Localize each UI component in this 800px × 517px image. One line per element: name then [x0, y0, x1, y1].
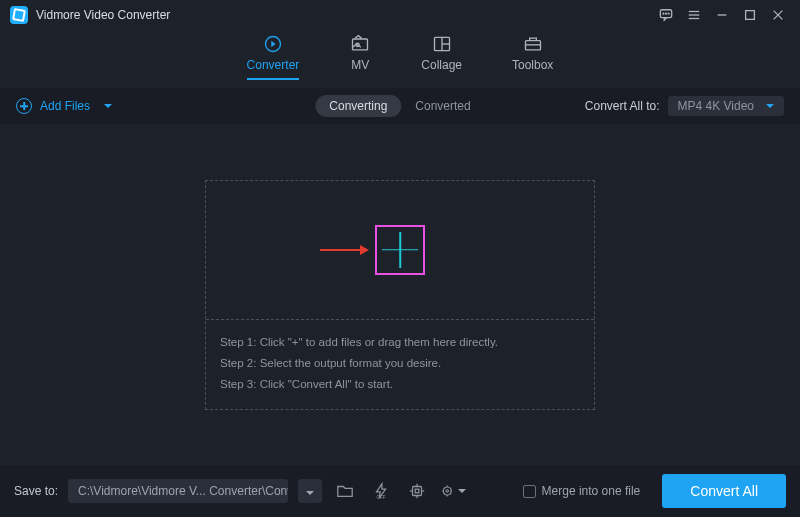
open-folder-button[interactable]: [332, 479, 358, 503]
footer: Save to: C:\Vidmore\Vidmore V... Convert…: [0, 465, 800, 517]
dropzone-steps: Step 1: Click "+" to add files or drag t…: [206, 320, 594, 408]
step-1-text: Step 1: Click "+" to add files or drag t…: [220, 332, 580, 353]
tab-toolbox[interactable]: Toolbox: [512, 34, 553, 80]
chevron-down-icon: [306, 491, 314, 495]
folder-icon: [336, 482, 354, 500]
hardware-accel-button[interactable]: OFF: [368, 479, 394, 503]
merge-label: Merge into one file: [542, 484, 641, 498]
svg-rect-8: [746, 11, 755, 20]
main-tabs: Converter MV Collage Toolbox: [0, 30, 800, 88]
save-path-field[interactable]: C:\Vidmore\Vidmore V... Converter\Conver…: [68, 479, 288, 503]
close-icon: [771, 8, 785, 22]
minimize-icon: [715, 8, 729, 22]
svg-point-3: [668, 13, 669, 14]
toolbar: Add Files Converting Converted Convert A…: [0, 88, 800, 124]
hamburger-icon: [687, 8, 701, 22]
lightning-icon: OFF: [372, 482, 390, 500]
maximize-button[interactable]: [736, 3, 764, 27]
convert-all-to: Convert All to: MP4 4K Video: [585, 96, 784, 116]
convert-all-button[interactable]: Convert All: [662, 474, 786, 508]
svg-text:OFF: OFF: [377, 495, 386, 500]
convert-all-to-label: Convert All to:: [585, 99, 660, 113]
app-window: Vidmore Video Converter Converter: [0, 0, 800, 517]
save-path-dropdown[interactable]: [298, 479, 322, 503]
svg-point-2: [666, 13, 667, 14]
add-file-plus-button[interactable]: [375, 225, 425, 275]
tab-collage[interactable]: Collage: [421, 34, 462, 80]
maximize-icon: [743, 8, 757, 22]
dropzone-top: [206, 181, 594, 320]
tab-mv[interactable]: MV: [349, 34, 371, 80]
convert-all-to-dropdown[interactable]: MP4 4K Video: [668, 96, 785, 116]
step-2-text: Step 2: Select the output format you des…: [220, 353, 580, 374]
convert-all-to-value: MP4 4K Video: [678, 99, 755, 113]
svg-point-27: [446, 490, 448, 492]
mv-icon: [349, 34, 371, 54]
plus-icon: [382, 232, 418, 268]
feedback-button[interactable]: [652, 3, 680, 27]
gear-icon: [440, 482, 456, 500]
converting-segment: Converting Converted: [315, 95, 484, 117]
task-settings-button[interactable]: [404, 479, 430, 503]
step-3-text: Step 3: Click "Convert All" to start.: [220, 374, 580, 395]
dropzone[interactable]: Step 1: Click "+" to add files or drag t…: [205, 180, 595, 410]
converter-icon: [262, 34, 284, 54]
cpu-icon: [408, 482, 426, 500]
annotation-arrow: [320, 245, 369, 255]
main-area: Step 1: Click "+" to add files or drag t…: [0, 124, 800, 465]
seg-converted[interactable]: Converted: [401, 95, 484, 117]
plus-circle-icon: [16, 98, 32, 114]
minimize-button[interactable]: [708, 3, 736, 27]
tab-label: Toolbox: [512, 58, 553, 72]
checkbox-icon: [523, 485, 536, 498]
add-files-label: Add Files: [40, 99, 90, 113]
svg-rect-12: [353, 39, 368, 50]
svg-rect-20: [413, 487, 422, 496]
menu-button[interactable]: [680, 3, 708, 27]
add-files-button[interactable]: Add Files: [16, 98, 112, 114]
merge-checkbox[interactable]: Merge into one file: [523, 484, 641, 498]
tab-label: Converter: [247, 58, 300, 72]
app-logo-icon: [10, 6, 28, 24]
save-to-label: Save to:: [14, 484, 58, 498]
collage-icon: [431, 34, 453, 54]
tab-label: MV: [351, 58, 369, 72]
titlebar: Vidmore Video Converter: [0, 0, 800, 30]
app-title: Vidmore Video Converter: [36, 8, 170, 22]
svg-point-1: [663, 13, 664, 14]
tab-label: Collage: [421, 58, 462, 72]
speech-bubble-icon: [659, 8, 673, 22]
chevron-down-icon: [458, 489, 466, 493]
svg-rect-21: [415, 489, 419, 493]
seg-converting[interactable]: Converting: [315, 95, 401, 117]
tab-converter[interactable]: Converter: [247, 34, 300, 80]
chevron-down-icon: [766, 104, 774, 108]
chevron-down-icon: [104, 104, 112, 108]
toolbox-icon: [522, 34, 544, 54]
settings-button[interactable]: [440, 479, 466, 503]
close-button[interactable]: [764, 3, 792, 27]
